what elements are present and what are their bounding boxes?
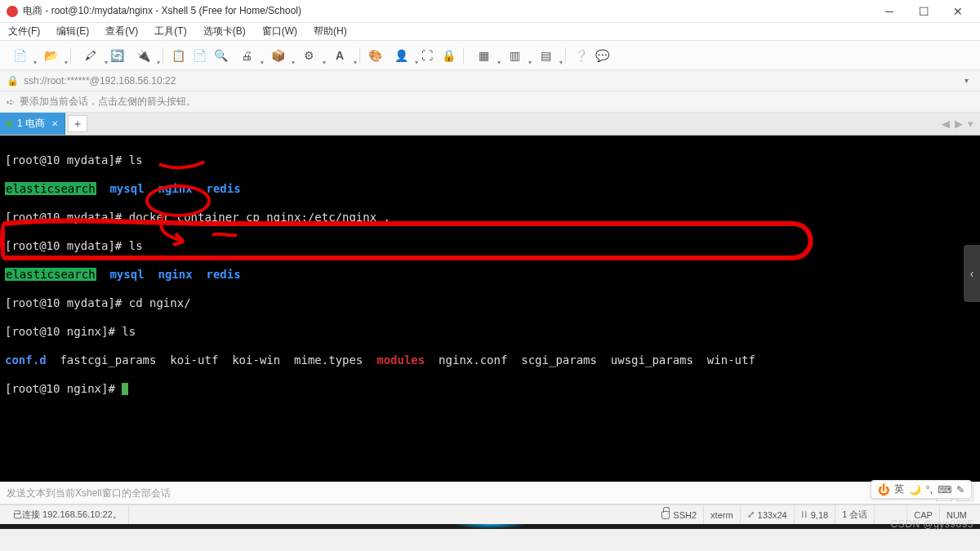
menubar: 文件(F) 编辑(E) 查看(V) 工具(T) 选项卡(B) 窗口(W) 帮助(… bbox=[0, 23, 980, 41]
tab-list-icon[interactable]: ▾ bbox=[968, 118, 973, 130]
status-connected: 已连接 192.168.56.10:22。 bbox=[7, 505, 129, 524]
fullscreen-icon[interactable]: ⛶ bbox=[417, 45, 437, 66]
status-cursor-text: 9,18 bbox=[811, 510, 828, 520]
lock-icon: 🔒 bbox=[7, 75, 19, 87]
terminal-cmd: ls bbox=[129, 239, 143, 252]
copy-button[interactable]: 📋 bbox=[168, 45, 188, 66]
titlebar: 电商 - root@10:/mydata/nginx - Xshell 5 (F… bbox=[0, 0, 980, 23]
status-encoding-text: xterm bbox=[710, 510, 733, 520]
disconnect-button[interactable]: 🔌▾ bbox=[128, 45, 158, 66]
close-button[interactable]: ✕ bbox=[941, 1, 975, 22]
ime-icon: ⏻ bbox=[878, 483, 889, 496]
tab-bar-right: ◀ ▶ ▾ bbox=[935, 113, 980, 135]
terminal-dir: elasticsearch bbox=[5, 182, 96, 195]
menu-window[interactable]: 窗口(W) bbox=[254, 23, 305, 40]
address-text[interactable]: ssh://root:******@192.168.56.10:22 bbox=[24, 75, 955, 87]
help-icon[interactable]: ❔ bbox=[571, 45, 590, 66]
close-tab-icon[interactable]: ✕ bbox=[51, 119, 58, 128]
highlighter-button[interactable]: 🖍▾ bbox=[76, 45, 105, 66]
terminal-ls-item: mime.types bbox=[294, 353, 363, 367]
send-text-placeholder[interactable]: 发送文本到当前Xshell窗口的全部会话 bbox=[7, 487, 171, 500]
ime-punct-icon: °, bbox=[926, 484, 933, 495]
cursor-icon: ⁞⁞ bbox=[801, 509, 808, 520]
terminal-ls-item: fastcgi_params bbox=[60, 353, 156, 367]
feedback-icon[interactable]: 💬 bbox=[592, 45, 612, 66]
terminal-prompt: [root@10 mydata]# bbox=[5, 239, 129, 252]
window-controls: ─ ☐ ✕ bbox=[872, 1, 975, 22]
status-bar: 已连接 192.168.56.10:22。 SSH2 xterm ⤢ 133x2… bbox=[0, 504, 980, 524]
terminal-prompt: [root@10 mydata]# bbox=[5, 211, 129, 224]
lock-icon[interactable]: 🔒 bbox=[439, 45, 458, 66]
side-panel-toggle[interactable]: ‹ bbox=[964, 245, 980, 302]
open-session-button[interactable]: 📂▾ bbox=[36, 45, 65, 66]
menu-view[interactable]: 查看(V) bbox=[97, 23, 146, 40]
find-button[interactable]: 🔍 bbox=[211, 45, 230, 66]
status-encoding: xterm bbox=[704, 505, 741, 524]
ime-moon-icon: 🌙 bbox=[909, 484, 921, 495]
menu-help[interactable]: 帮助(H) bbox=[305, 23, 355, 40]
terminal-cmd: ls bbox=[129, 153, 143, 167]
menu-file[interactable]: 文件(F) bbox=[0, 23, 48, 40]
encoding-button[interactable]: 👤▾ bbox=[386, 45, 416, 66]
ime-settings-icon: ✎ bbox=[956, 484, 964, 495]
status-session-text: 1 会话 bbox=[842, 509, 867, 521]
info-bar: ➪ 要添加当前会话，点击左侧的箭头按钮。 bbox=[0, 91, 980, 113]
status-dot-icon bbox=[7, 121, 12, 127]
minimize-button[interactable]: ─ bbox=[872, 1, 906, 22]
status-num: NUM bbox=[940, 505, 973, 524]
terminal-ls-item: nginx.conf bbox=[439, 353, 507, 367]
paste-button[interactable]: 📄 bbox=[189, 45, 209, 66]
terminal[interactable]: [root@10 mydata]# ls elasticsearch mysql… bbox=[0, 136, 980, 482]
menu-tools[interactable]: 工具(T) bbox=[146, 23, 194, 40]
add-tab-button[interactable]: ＋ bbox=[68, 115, 87, 132]
toolbar-separator bbox=[70, 47, 71, 64]
window-title: 电商 - root@10:/mydata/nginx - Xshell 5 (F… bbox=[23, 4, 301, 18]
terminal-ls-item: win-utf bbox=[707, 353, 755, 367]
next-tab-icon[interactable]: ▶ bbox=[955, 118, 963, 130]
file-transfer-button[interactable]: 📦▾ bbox=[263, 45, 292, 66]
menu-tabs[interactable]: 选项卡(B) bbox=[195, 23, 254, 40]
font-button[interactable]: A▾ bbox=[325, 45, 354, 66]
arrow-right-icon[interactable]: ➪ bbox=[7, 96, 15, 108]
status-ssh: SSH2 bbox=[655, 505, 704, 524]
terminal-prompt: [root@10 nginx]# bbox=[5, 325, 122, 338]
terminal-dir: redis bbox=[206, 268, 240, 281]
terminal-cmd: docker container cp nginx:/etc/nginx . bbox=[129, 211, 390, 224]
status-session: 1 会话 bbox=[835, 505, 875, 524]
prev-tab-icon[interactable]: ◀ bbox=[942, 118, 950, 130]
send-text-bar: 发送文本到当前Xshell窗口的全部会话 ≣ ▾ bbox=[0, 482, 980, 504]
menu-edit[interactable]: 编辑(E) bbox=[48, 23, 97, 40]
layout-button[interactable]: ▦▾ bbox=[469, 45, 498, 66]
info-bar-text: 要添加当前会话，点击左侧的箭头按钮。 bbox=[20, 95, 196, 109]
ime-keyboard-icon: ⌨ bbox=[938, 484, 951, 495]
terminal-prompt: [root@10 nginx]# bbox=[5, 382, 122, 395]
terminal-dir: redis bbox=[206, 182, 240, 195]
tile-button[interactable]: ▤▾ bbox=[531, 45, 560, 66]
terminal-dir: nginx bbox=[158, 268, 192, 281]
tab-bar: 1 电商 ✕ ＋ ◀ ▶ ▾ bbox=[0, 113, 980, 136]
status-cap-text: CAP bbox=[914, 510, 933, 520]
terminal-cursor bbox=[122, 383, 128, 395]
toolbar-separator bbox=[359, 47, 360, 64]
color-scheme-button[interactable]: 🎨 bbox=[365, 45, 385, 66]
settings-button[interactable]: ⚙▾ bbox=[294, 45, 323, 66]
terminal-ls-item: conf.d bbox=[5, 353, 47, 367]
app-icon bbox=[7, 6, 18, 17]
status-ssh-text: SSH2 bbox=[673, 510, 697, 520]
new-session-button[interactable]: 📄▾ bbox=[5, 45, 34, 66]
size-icon: ⤢ bbox=[747, 509, 755, 520]
terminal-dir: elasticsearch bbox=[5, 268, 96, 281]
reconnect-button[interactable]: 🔄 bbox=[107, 45, 127, 66]
terminal-ls-item: koi-utf bbox=[170, 353, 218, 367]
address-dropdown-icon[interactable]: ▾ bbox=[960, 74, 973, 87]
ime-indicator[interactable]: ⏻ 英 🌙 °, ⌨ ✎ bbox=[871, 480, 972, 499]
maximize-button[interactable]: ☐ bbox=[906, 1, 941, 22]
tab-label: 1 电商 bbox=[17, 117, 45, 131]
address-bar: 🔒 ssh://root:******@192.168.56.10:22 ▾ bbox=[0, 70, 980, 91]
session-tab[interactable]: 1 电商 ✕ bbox=[0, 113, 65, 135]
terminal-prompt: [root@10 mydata]# bbox=[5, 153, 129, 167]
terminal-prompt: [root@10 mydata]# bbox=[5, 296, 129, 309]
ime-label: 英 bbox=[894, 482, 904, 496]
split-button[interactable]: ▥▾ bbox=[500, 45, 529, 66]
print-button[interactable]: 🖨▾ bbox=[232, 45, 261, 66]
